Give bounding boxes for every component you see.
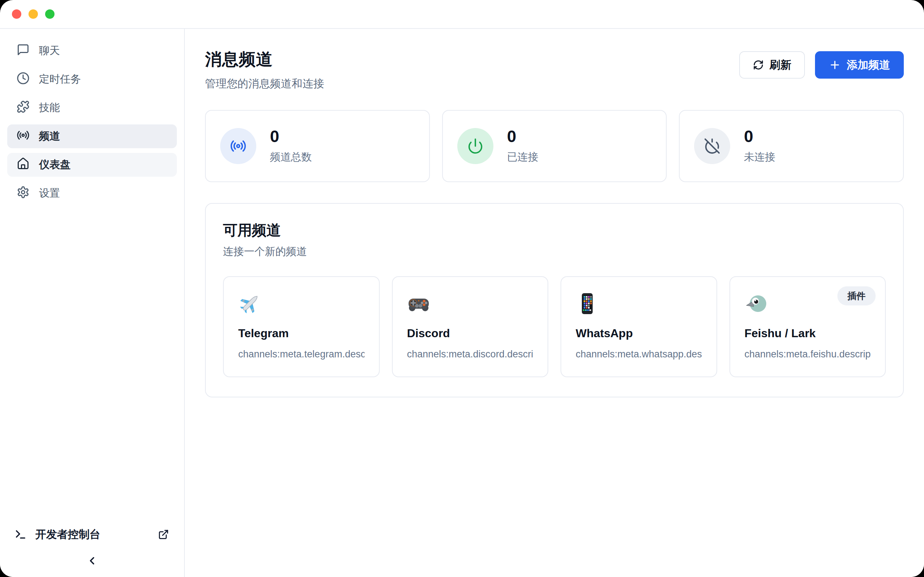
broadcast-icon	[16, 129, 30, 144]
plugin-badge: 插件	[837, 286, 876, 305]
gear-icon	[16, 186, 30, 201]
sidebar-item-scheduled-tasks[interactable]: 定时任务	[7, 68, 177, 91]
chevron-left-icon	[86, 554, 98, 567]
developer-console-label: 开发者控制台	[36, 527, 100, 542]
stats-row: 0 频道总数 0 已连接	[205, 110, 904, 182]
sidebar-nav: 聊天 定时任务 技能	[0, 39, 184, 210]
stat-label: 已连接	[507, 150, 538, 164]
airplane-icon	[238, 292, 261, 315]
sidebar-collapse-button[interactable]	[0, 546, 184, 577]
stat-card-connected: 0 已连接	[442, 110, 667, 182]
channel-card-whatsapp[interactable]: WhatsApp channels:meta.whatsapp.descript…	[561, 276, 717, 377]
stat-label: 未连接	[744, 150, 775, 164]
clock-icon	[16, 72, 30, 87]
mobile-phone-icon	[576, 292, 599, 315]
zoom-button[interactable]	[45, 10, 55, 19]
puzzle-icon	[16, 100, 30, 116]
channel-description: channels:meta.discord.description	[407, 349, 533, 360]
stat-card-disconnected: 0 未连接	[679, 110, 904, 182]
home-icon	[16, 157, 30, 173]
broadcast-icon	[220, 128, 256, 164]
channel-card-discord[interactable]: Discord channels:meta.discord.descriptio…	[392, 276, 549, 377]
sidebar-item-label: 频道	[39, 129, 60, 143]
stat-value: 0	[744, 128, 775, 145]
stat-card-total-channels: 0 频道总数	[205, 110, 430, 182]
sidebar-item-label: 设置	[39, 186, 60, 200]
channel-card-telegram[interactable]: Telegram channels:meta.telegram.descript…	[223, 276, 380, 377]
sidebar-item-label: 定时任务	[39, 72, 81, 87]
available-channels-section: 可用频道 连接一个新的频道	[205, 203, 904, 397]
plus-icon	[829, 59, 841, 71]
main-content: 消息频道 管理您的消息频道和连接 刷新 添加频道	[185, 29, 924, 577]
minimize-button[interactable]	[29, 10, 38, 19]
add-channel-button[interactable]: 添加频道	[815, 51, 904, 79]
channel-description: channels:meta.feishu.description	[745, 349, 871, 360]
page-title: 消息频道	[205, 48, 324, 71]
stat-value: 0	[270, 128, 312, 145]
stat-label: 频道总数	[270, 150, 312, 164]
channel-name: Feishu / Lark	[745, 327, 871, 340]
sidebar-item-channels[interactable]: 频道	[7, 124, 177, 148]
chat-bubble-icon	[16, 43, 30, 59]
app-window: 聊天 定时任务 技能	[0, 0, 924, 577]
sidebar-item-settings[interactable]: 设置	[7, 181, 177, 205]
add-channel-button-label: 添加频道	[847, 58, 890, 73]
channel-card-feishu[interactable]: 插件 Feishu / Lark channels:meta.feishu.de…	[729, 276, 886, 377]
titlebar	[0, 0, 924, 29]
channel-name: Discord	[407, 327, 533, 340]
channel-description: channels:meta.whatsapp.description	[576, 349, 702, 360]
terminal-icon	[15, 528, 27, 541]
refresh-button-label: 刷新	[769, 58, 791, 73]
sidebar-item-label: 仪表盘	[39, 158, 70, 172]
channel-description: channels:meta.telegram.description	[238, 349, 365, 360]
bird-icon	[745, 292, 768, 315]
available-channels-subtitle: 连接一个新的频道	[223, 245, 886, 259]
refresh-icon	[753, 60, 764, 70]
sidebar-item-chat[interactable]: 聊天	[7, 39, 177, 63]
page-subtitle: 管理您的消息频道和连接	[205, 76, 324, 91]
traffic-lights	[12, 10, 55, 19]
channel-grid: Telegram channels:meta.telegram.descript…	[223, 276, 886, 377]
sidebar: 聊天 定时任务 技能	[0, 29, 185, 577]
sidebar-item-label: 聊天	[39, 44, 60, 58]
sidebar-item-dashboard[interactable]: 仪表盘	[7, 153, 177, 177]
developer-console-link[interactable]: 开发者控制台	[0, 523, 184, 546]
gamepad-icon	[407, 292, 430, 315]
stat-value: 0	[507, 128, 538, 145]
sidebar-item-label: 技能	[39, 101, 60, 115]
available-channels-title: 可用频道	[223, 220, 886, 240]
sidebar-item-skills[interactable]: 技能	[7, 96, 177, 120]
refresh-button[interactable]: 刷新	[739, 51, 805, 79]
header-actions: 刷新 添加频道	[739, 51, 904, 79]
page-header: 消息频道 管理您的消息频道和连接 刷新 添加频道	[205, 48, 904, 91]
close-button[interactable]	[12, 10, 21, 19]
channel-name: Telegram	[238, 327, 365, 340]
external-link-icon[interactable]	[158, 529, 169, 540]
channel-name: WhatsApp	[576, 327, 702, 340]
power-off-icon	[694, 128, 730, 164]
power-icon	[457, 128, 493, 164]
